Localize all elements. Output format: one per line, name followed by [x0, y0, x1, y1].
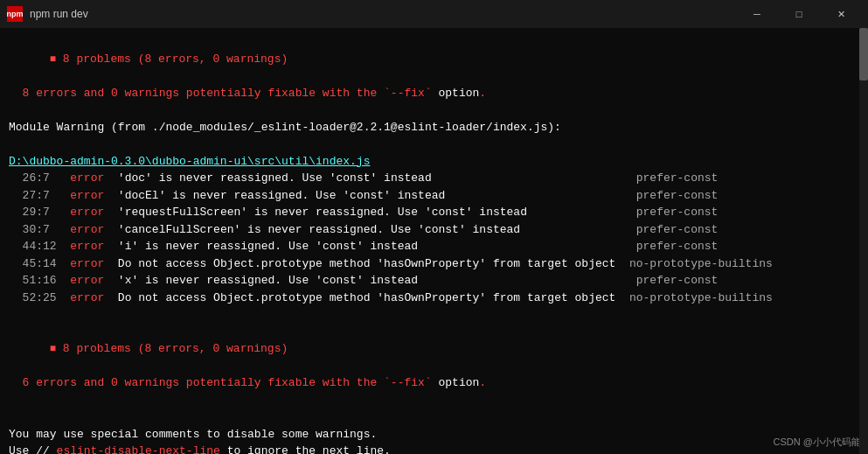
terminal-window: npm npm run dev ─ □ ✕ ■ 8 problems (8 er…	[0, 0, 868, 454]
error-line-4: 30:7 error 'cancelFullScreen' is never r…	[9, 221, 859, 239]
warning-square-icon-2: ■	[50, 343, 56, 355]
minimize-button[interactable]: ─	[737, 0, 777, 28]
special-comments-1: You may use special comments to disable …	[9, 426, 859, 444]
warning-square-icon: ■	[50, 53, 56, 66]
problems-header-2: ■ 8 problems (8 errors, 0 warnings)	[9, 324, 859, 375]
error-line-7: 51:16 error 'x' is never reassigned. Use…	[9, 272, 859, 290]
error-line-6: 45:14 error Do not access Object.prototy…	[9, 255, 859, 273]
error-line-3: 29:7 error 'requestFullScreen' is never …	[9, 204, 859, 221]
blank-5	[9, 409, 859, 426]
error-line-2: 27:7 error 'docEl' is never reassigned. …	[9, 187, 859, 205]
watermark: CSDN @小小代码能	[774, 436, 861, 449]
blank-2	[9, 136, 859, 153]
filepath: D:\dubbo-admin-0.3.0\dubbo-admin-ui\src\…	[9, 153, 859, 171]
titlebar-left: npm npm run dev	[7, 6, 88, 22]
module-warning: Module Warning (from ./node_modules/_esl…	[9, 119, 859, 136]
blank-3	[9, 306, 859, 324]
error-line-5: 44:12 error 'i' is never reassigned. Use…	[9, 238, 859, 255]
fixable-note-1: 8 errors and 0 warnings potentially fixa…	[9, 85, 859, 102]
error-line-1: 26:7 error 'doc' is never reassigned. Us…	[9, 170, 859, 187]
blank-4	[9, 392, 859, 409]
error-line-8: 52:25 error Do not access Object.prototy…	[9, 290, 859, 307]
scrollbar-thumb[interactable]	[859, 28, 868, 80]
blank-1	[9, 101, 859, 119]
terminal-output: ■ 8 problems (8 errors, 0 warnings) 8 er…	[0, 28, 868, 454]
fixable-note-2: 6 errors and 0 warnings potentially fixa…	[9, 374, 859, 392]
problems-header-1: ■ 8 problems (8 errors, 0 warnings)	[9, 33, 859, 85]
special-comments-2: Use // eslint-disable-next-line to ignor…	[9, 443, 859, 454]
npm-icon: npm	[7, 6, 23, 22]
window-title: npm run dev	[30, 8, 88, 20]
close-button[interactable]: ✕	[821, 0, 861, 28]
window-controls: ─ □ ✕	[737, 0, 861, 28]
titlebar: npm npm run dev ─ □ ✕	[0, 0, 868, 28]
maximize-button[interactable]: □	[779, 0, 819, 28]
scrollbar-track[interactable]	[859, 28, 868, 454]
